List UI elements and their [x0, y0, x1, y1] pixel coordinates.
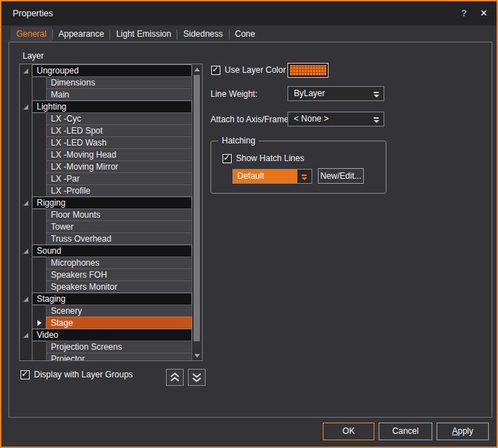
tab-cone[interactable]: Cone [230, 27, 261, 42]
dropdown-button[interactable] [369, 87, 384, 100]
layer-row[interactable]: LX -Moving Head [20, 148, 192, 161]
expander-icon[interactable] [23, 201, 28, 206]
layer-row-box[interactable]: LX -LED Wash [46, 136, 192, 149]
layer-row[interactable]: Main [20, 88, 192, 101]
layer-row[interactable]: Scenery [20, 305, 192, 317]
layer-row[interactable]: LX -Par [20, 172, 192, 185]
show-hatch-lines-label: Show Hatch Lines [236, 153, 304, 163]
expander-icon[interactable] [23, 69, 28, 73]
layer-row[interactable]: Projector [20, 353, 192, 361]
layer-row[interactable]: Dimensions [20, 76, 192, 89]
layer-row[interactable]: Projection Screens [20, 341, 192, 353]
dropdown-button[interactable] [297, 170, 312, 183]
checkbox-box[interactable]: ✓ [20, 370, 30, 379]
layer-row-label: LX -Profile [47, 185, 191, 196]
layer-row[interactable]: Ungrouped [20, 64, 192, 77]
layer-row-label: LX -LED Spot [47, 125, 191, 136]
layer-row-label: Truss Overhead [47, 233, 191, 244]
layer-row[interactable]: Rigging [20, 196, 192, 209]
layer-row-box[interactable]: Projector [46, 353, 192, 361]
cancel-button-label: Cancel [379, 423, 432, 440]
layer-row-box[interactable]: Projection Screens [46, 341, 192, 353]
attach-axis-dropdown[interactable]: < None > [287, 112, 384, 126]
layer-row[interactable]: LX -Profile [20, 184, 192, 197]
layer-row-box[interactable]: Main [46, 88, 192, 101]
help-icon[interactable]: ? [457, 7, 471, 20]
layer-row[interactable]: Stage [20, 317, 192, 329]
layer-row-box[interactable]: Microphones [46, 257, 192, 269]
layer-row-box[interactable]: Tower [46, 220, 192, 233]
layer-row-box[interactable]: Staging [32, 293, 192, 305]
move-up-button[interactable] [166, 369, 184, 386]
layer-row[interactable]: LX -LED Spot [20, 124, 192, 137]
layer-row[interactable]: Speakers Monitor [20, 281, 192, 293]
tab-light-emission[interactable]: Light Emission [110, 27, 177, 42]
layer-row-label: Scenery [47, 305, 191, 317]
use-layer-color-checkbox[interactable]: ✓ Use Layer Color [211, 65, 286, 75]
scroll-down-icon[interactable] [192, 350, 202, 360]
checkbox-box[interactable]: ✓ [223, 154, 232, 163]
layer-row-box[interactable]: Stage [46, 317, 192, 329]
expander-icon[interactable] [23, 249, 28, 254]
dropdown-arrow-icon [373, 117, 379, 123]
layer-row-label: Tower [47, 221, 191, 232]
tree-scrollbar[interactable] [192, 64, 202, 360]
line-weight-dropdown[interactable]: ByLayer [287, 86, 384, 101]
display-with-layer-groups-checkbox[interactable]: ✓ Display with Layer Groups [20, 370, 133, 379]
layer-tree[interactable]: UngroupedDimensionsMainLightingLX -CycLX… [19, 64, 203, 361]
expander-icon[interactable] [23, 333, 28, 338]
show-hatch-lines-checkbox[interactable]: ✓ Show Hatch Lines [223, 153, 304, 163]
layer-row-box[interactable]: LX -Profile [46, 184, 192, 197]
layer-color-fill [290, 65, 326, 76]
checkbox-box[interactable]: ✓ [211, 66, 220, 75]
layer-row-box[interactable]: Video [32, 329, 192, 341]
layer-row-box[interactable]: Rigging [32, 196, 192, 209]
layer-color-swatch[interactable] [287, 63, 328, 78]
layer-row-box[interactable]: LX -Moving Mirror [46, 160, 192, 173]
cancel-button[interactable]: Cancel [379, 423, 432, 440]
layer-row[interactable]: Tower [20, 220, 192, 233]
layer-row-label: LX -Moving Mirror [47, 161, 191, 172]
dropdown-button[interactable] [369, 112, 384, 126]
layer-row-box[interactable]: LX -Moving Head [46, 148, 192, 161]
layer-row-box[interactable]: Truss Overhead [46, 232, 192, 245]
ok-button[interactable]: OK [323, 423, 374, 440]
layer-row[interactable]: Lighting [20, 100, 192, 113]
layer-row[interactable]: Truss Overhead [20, 232, 192, 245]
layer-row-box[interactable]: LX -Par [46, 172, 192, 185]
checkmark-icon: ✓ [223, 153, 230, 163]
layer-row[interactable]: Staging [20, 293, 192, 305]
layer-row-box[interactable]: Lighting [32, 100, 192, 113]
move-down-button[interactable] [188, 369, 206, 386]
layer-row[interactable]: Video [20, 329, 192, 341]
layer-row[interactable]: Speakers FOH [20, 269, 192, 281]
layer-row-box[interactable]: Floor Mounts [46, 208, 192, 221]
layer-row-box[interactable]: Speakers FOH [46, 269, 192, 281]
line-weight-value: ByLayer [288, 87, 369, 100]
layer-row[interactable]: Floor Mounts [20, 208, 192, 221]
layer-row[interactable]: LX -Cyc [20, 112, 192, 125]
layer-row[interactable]: Sound [20, 244, 192, 257]
expander-icon[interactable] [23, 105, 28, 110]
layer-row-box[interactable]: Scenery [46, 305, 192, 317]
new-edit-button[interactable]: New/Edit... [318, 168, 364, 184]
layer-row-box[interactable]: Ungrouped [32, 64, 192, 77]
apply-button[interactable]: Apply [437, 423, 489, 440]
hatch-pattern-dropdown[interactable]: Default [232, 169, 312, 184]
titlebar[interactable]: Properties ? ✕ [1, 1, 497, 25]
layer-row-box[interactable]: LX -LED Spot [46, 124, 192, 137]
tab-appearance[interactable]: Appearance [53, 27, 110, 42]
scroll-up-icon[interactable] [192, 64, 202, 74]
layer-row-box[interactable]: Speakers Monitor [46, 281, 192, 293]
layer-row[interactable]: LX -Moving Mirror [20, 160, 192, 173]
layer-row[interactable]: Microphones [20, 257, 192, 269]
tab-general[interactable]: General [11, 27, 52, 42]
layer-row-box[interactable]: Dimensions [46, 76, 192, 89]
tab-sidedness[interactable]: Sidedness [177, 27, 228, 42]
layer-row-box[interactable]: Sound [32, 244, 192, 257]
layer-row[interactable]: LX -LED Wash [20, 136, 192, 149]
layer-row-box[interactable]: LX -Cyc [46, 112, 192, 125]
expander-icon[interactable] [23, 297, 28, 302]
close-icon[interactable]: ✕ [477, 7, 491, 20]
scrollbar-thumb[interactable] [194, 75, 200, 341]
